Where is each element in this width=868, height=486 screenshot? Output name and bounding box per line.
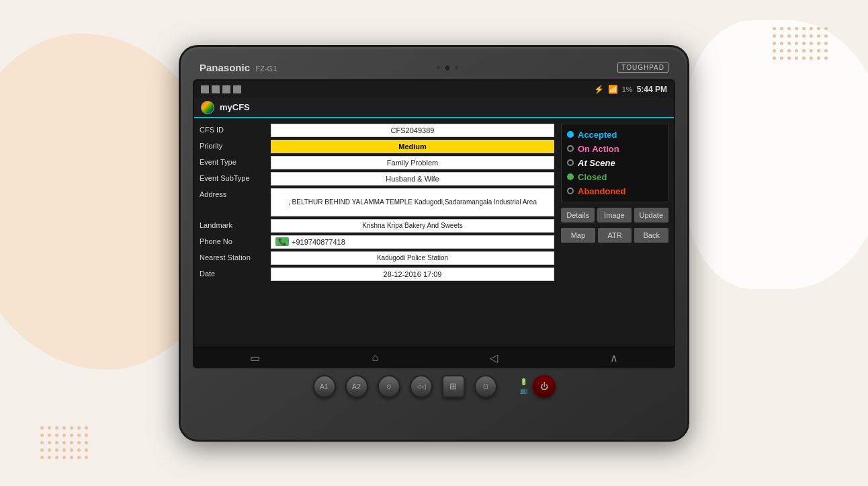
form-row-station: Nearest Station Kadugodi Police Station: [200, 251, 554, 265]
status-icon-3: [222, 85, 230, 93]
hw-button-a1[interactable]: A1: [313, 375, 336, 398]
form-section: CFS ID CFS2049389 Priority Medium Event …: [200, 124, 554, 341]
value-eventsubtype: Husband & Wife: [271, 172, 554, 186]
label-landmark: Landmark: [200, 219, 267, 229]
status-option-onaction[interactable]: On Action: [567, 144, 662, 154]
nav-chevron-icon[interactable]: ∧: [610, 352, 618, 364]
back-button[interactable]: Back: [634, 228, 668, 243]
app-icon: [201, 101, 214, 114]
phone-number: +919740877418: [292, 238, 345, 246]
status-time: 5:44 PM: [637, 85, 667, 94]
tablet-hardware-buttons: A1 A2 ⊙ ◁◁ ⊞ ⊡ 🔋 📺 ⏻: [193, 368, 675, 398]
label-eventtype: Event Type: [200, 156, 267, 166]
label-station: Nearest Station: [200, 251, 267, 261]
label-eventsubtype: Event SubType: [200, 172, 267, 182]
label-priority: Priority: [200, 140, 267, 150]
radio-accepted: [567, 131, 574, 138]
nav-back-icon[interactable]: ◁: [490, 352, 498, 364]
form-row-landmark: Landmark Krishna Kripa Bakery And Sweets: [200, 219, 554, 233]
battery-percent: 1%: [622, 85, 633, 93]
label-accepted: Accepted: [578, 130, 617, 140]
dots-decoration-top-right: [773, 27, 828, 60]
action-buttons-row: Details Image Update: [561, 208, 668, 222]
label-cfsid: CFS ID: [200, 124, 267, 134]
app-title: myCFS: [220, 102, 250, 112]
value-cfsid: CFS2049389: [271, 124, 554, 137]
label-atscene: At Scene: [578, 158, 615, 168]
label-onaction: On Action: [578, 144, 619, 154]
form-row-address: Address , BELTHUR BEHIND YALAMMA TEMPLE …: [200, 188, 554, 216]
tablet-device: Panasonic FZ-G1 TOUGHPAD ⚡ 📶 1% 5:44 PM: [179, 45, 689, 442]
hw-button-fn3[interactable]: ⊡: [474, 375, 497, 398]
label-phone: Phone No: [200, 235, 267, 245]
hw-icon-display: 📺: [520, 387, 527, 394]
form-row-eventtype: Event Type Family Problem: [200, 156, 554, 169]
tablet-camera-area: [437, 65, 458, 71]
value-phone: 📞 +919740877418: [271, 235, 554, 249]
status-panel: Accepted On Action At Scene Closed: [561, 124, 668, 341]
radio-atscene: [567, 159, 574, 166]
atr-button[interactable]: ATR: [598, 228, 632, 243]
form-row-eventsubtype: Event SubType Husband & Wife: [200, 172, 554, 186]
tablet-screen: ⚡ 📶 1% 5:44 PM myCFS CFS ID CFS2049389 P…: [193, 79, 675, 368]
status-option-accepted[interactable]: Accepted: [567, 130, 662, 140]
nav-bar: ▭ ⌂ ◁ ∧: [194, 346, 674, 368]
form-row-priority: Priority Medium: [200, 140, 554, 153]
hw-side-icons: 🔋 📺 ⏻: [520, 375, 556, 398]
status-icon-2: [212, 85, 220, 93]
map-buttons-row: Map ATR Back: [561, 228, 668, 243]
form-row-cfsid: CFS ID CFS2049389: [200, 124, 554, 137]
hw-icon-group: 🔋 📺: [520, 378, 527, 394]
details-button[interactable]: Details: [561, 208, 595, 222]
value-station: Kadugodi Police Station: [271, 251, 554, 265]
value-eventtype: Family Problem: [271, 156, 554, 169]
tablet-top-bar: Panasonic FZ-G1 TOUGHPAD: [193, 59, 675, 79]
hw-button-fn2[interactable]: ◁◁: [410, 375, 433, 398]
status-option-closed[interactable]: Closed: [567, 172, 662, 182]
radio-closed: [567, 173, 574, 180]
wifi-icon: 📶: [608, 85, 618, 94]
value-address: , BELTHUR BEHIND YALAMMA TEMPLE Kadugodi…: [271, 188, 554, 216]
status-option-atscene[interactable]: At Scene: [567, 158, 662, 168]
status-bar-right: ⚡ 📶 1% 5:44 PM: [594, 85, 667, 94]
value-priority: Medium: [271, 140, 554, 153]
form-row-phone: Phone No 📞 +919740877418: [200, 235, 554, 249]
status-icons-left: [201, 85, 241, 93]
dots-decoration-bottom-left: [40, 426, 88, 459]
nav-home-icon[interactable]: ⌂: [372, 352, 378, 364]
hw-button-a2[interactable]: A2: [345, 375, 368, 398]
camera-lens: [444, 65, 451, 71]
hw-icon-battery: 🔋: [520, 378, 527, 385]
background-blob-right: [687, 20, 868, 289]
image-button[interactable]: Image: [597, 208, 631, 222]
content-area: CFS ID CFS2049389 Priority Medium Event …: [194, 118, 674, 346]
toughpad-label: TOUGHPAD: [617, 63, 668, 73]
camera-indicator-right: [455, 66, 458, 69]
update-button[interactable]: Update: [634, 208, 668, 222]
tablet-brand: Panasonic FZ-G1: [200, 62, 277, 74]
hw-button-windows[interactable]: ⊞: [442, 375, 465, 398]
label-date: Date: [200, 268, 267, 278]
radio-onaction: [567, 145, 574, 152]
app-bar: myCFS: [194, 98, 674, 118]
status-bar: ⚡ 📶 1% 5:44 PM: [194, 81, 674, 98]
hw-button-fn1[interactable]: ⊙: [378, 375, 400, 398]
value-landmark: Krishna Kripa Bakery And Sweets: [271, 219, 554, 233]
nav-recent-apps-icon[interactable]: ▭: [250, 352, 260, 364]
label-abandoned: Abandoned: [578, 186, 626, 196]
map-button[interactable]: Map: [561, 228, 595, 243]
phone-call-icon: 📞: [275, 237, 289, 246]
camera-indicator-left: [437, 66, 440, 69]
signal-icon: ⚡: [594, 85, 604, 94]
status-option-abandoned[interactable]: Abandoned: [567, 186, 662, 196]
value-date: 28-12-2016 17:09: [271, 268, 554, 281]
label-closed: Closed: [578, 172, 607, 182]
status-icon-1: [201, 85, 209, 93]
status-options-container: Accepted On Action At Scene Closed: [561, 124, 668, 202]
status-icon-4: [233, 85, 241, 93]
radio-abandoned: [567, 188, 574, 194]
label-address: Address: [200, 188, 267, 198]
hw-button-power[interactable]: ⏻: [533, 375, 556, 398]
form-row-date: Date 28-12-2016 17:09: [200, 268, 554, 281]
